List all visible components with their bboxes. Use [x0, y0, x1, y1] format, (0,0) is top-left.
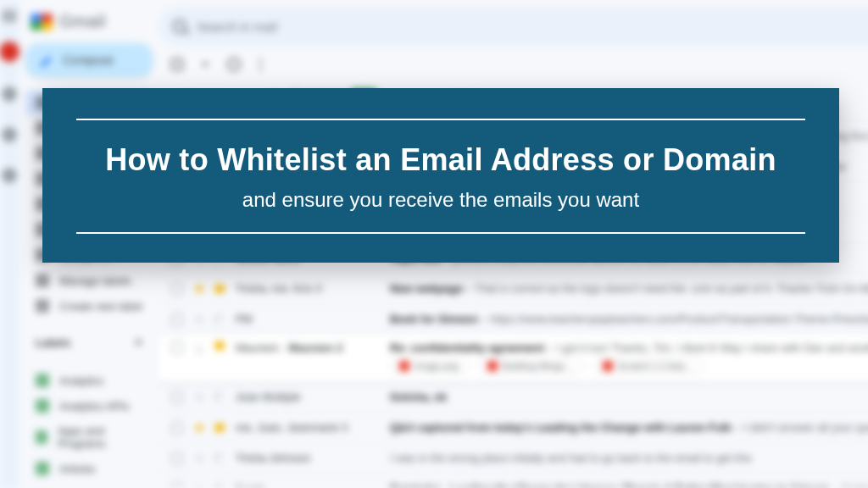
add-label-icon[interactable]: + [135, 335, 142, 350]
email-from: Trisha, me, Kris 3 [236, 282, 380, 295]
star-icon[interactable]: ☆ [193, 341, 205, 358]
overlay-subtitle: and ensure you receive the emails you wa… [76, 188, 805, 212]
image-file-icon [487, 361, 498, 371]
spaces-app-icon[interactable] [2, 127, 17, 142]
star-icon[interactable]: ☆ [193, 480, 205, 488]
star-icon[interactable]: ☆ [193, 450, 205, 466]
overlay-divider-bottom [76, 232, 805, 234]
label-text: Analytics [59, 374, 103, 387]
meet-app-icon[interactable] [2, 168, 17, 183]
gmail-logo-icon [31, 14, 53, 30]
select-dropdown-icon[interactable] [202, 63, 209, 67]
brand-name: Gmail [59, 12, 106, 31]
email-subject: Re: confidentiality agreement – I got it… [390, 341, 868, 374]
title-overlay: How to Whitelist an Email Address or Dom… [42, 88, 839, 263]
image-file-icon [603, 361, 613, 371]
label-icon [36, 399, 49, 413]
plus-icon [36, 299, 49, 313]
label-item[interactable]: Articles [25, 457, 153, 480]
importance-icon[interactable] [215, 393, 225, 402]
email-from: Maureen · Maureen 2 [236, 341, 380, 354]
importance-icon[interactable] [215, 315, 225, 324]
attachment-chip[interactable]: Image.png [390, 358, 468, 374]
row-checkbox[interactable] [171, 313, 183, 325]
email-from: PM [236, 313, 380, 325]
email-row[interactable]: ☆EventReminder · Leading the Charge for … [159, 474, 868, 488]
list-toolbar [159, 46, 868, 80]
email-from: Trisha Johnson [236, 452, 380, 464]
email-from: Event [236, 482, 380, 488]
email-row[interactable]: ☆Joan MultipleGotcha, ok [159, 382, 868, 413]
importance-icon[interactable] [215, 285, 225, 293]
importance-icon[interactable] [215, 454, 225, 463]
row-checkbox[interactable] [171, 422, 183, 434]
row-checkbox[interactable] [171, 452, 183, 464]
email-row[interactable]: ☆Trisha JohnsonI was in the wrong place … [159, 443, 868, 474]
overlay-title: How to Whitelist an Email Address or Dom… [76, 142, 805, 178]
search-icon [173, 19, 186, 33]
importance-icon[interactable] [215, 341, 225, 350]
email-row[interactable]: ☆PMBook for Simeon – https://www.teacher… [159, 304, 868, 335]
sidebar-item-label: Create new label [59, 300, 142, 313]
main-menu-icon[interactable] [2, 15, 17, 17]
email-row[interactable]: ★me, Joan, Jeanmarie 3Q&A captured from … [159, 413, 868, 443]
pencil-icon [41, 53, 54, 67]
row-checkbox[interactable] [171, 483, 183, 489]
email-subject: New webpage – That is correct as the log… [390, 282, 868, 295]
attachment-chip[interactable]: Scratch-1-2-lists… [593, 358, 704, 374]
label-text: Articles [59, 463, 96, 475]
compose-label: Compose [63, 53, 114, 67]
email-row[interactable]: ☆ Maureen · Maureen 2 Re: confidentialit… [159, 335, 868, 382]
star-icon[interactable]: ★ [193, 419, 205, 435]
importance-icon[interactable] [215, 424, 225, 432]
select-all-checkbox[interactable] [171, 58, 183, 70]
row-checkbox[interactable] [171, 391, 183, 403]
label-text: Apps and Programs [58, 424, 142, 450]
label-item[interactable]: Apps and Programs [25, 419, 153, 455]
row-checkbox[interactable] [171, 283, 183, 295]
refresh-icon[interactable] [227, 58, 241, 71]
image-file-icon [399, 361, 409, 371]
email-subject: I was in the wrong place initially and h… [390, 452, 868, 464]
sidebar-item-manage-labels[interactable]: Manage labels [25, 269, 153, 292]
search-bar[interactable] [159, 7, 868, 46]
label-icon [36, 430, 47, 444]
email-from: Joan Multiple [236, 391, 380, 403]
email-row[interactable]: ★Trisha, me, Kris 3New webpage – That is… [159, 274, 868, 304]
search-input[interactable] [197, 19, 868, 34]
mail-app-icon[interactable] [0, 42, 19, 61]
star-icon[interactable]: ★ [193, 280, 205, 297]
labels-list: Analytics Analytics APIs Apps and Progra… [25, 369, 153, 480]
label-item[interactable]: Analytics [25, 369, 153, 392]
importance-icon[interactable] [215, 485, 225, 489]
app-rail [0, 0, 19, 488]
email-subject: Reminder · Leading the Charge for Litera… [390, 482, 868, 488]
email-subject: Q&A captured from today's Leading the Ch… [390, 421, 868, 434]
email-subject: Book for Simeon – https://www.teacherspa… [390, 313, 868, 325]
star-icon[interactable]: ☆ [193, 389, 205, 405]
star-icon[interactable]: ☆ [193, 311, 205, 327]
email-subject: Gotcha, ok [390, 391, 868, 403]
labels-header: Labels + [25, 330, 153, 355]
label-item[interactable]: Analytics APIs [25, 394, 153, 418]
email-from: me, Joan, Jeanmarie 3 [236, 421, 380, 434]
labels-header-text: Labels [36, 336, 70, 349]
attachment-chip[interactable]: Building-Wings… [478, 358, 583, 374]
sidebar-item-label: Manage labels [59, 274, 131, 287]
gear-icon [36, 274, 49, 287]
chat-app-icon[interactable] [2, 86, 17, 102]
label-icon [36, 374, 49, 387]
brand: Gmail [25, 7, 153, 43]
label-icon [36, 462, 49, 475]
more-icon[interactable] [259, 64, 262, 66]
label-text: Analytics APIs [59, 400, 129, 413]
sidebar-item-create-label[interactable]: Create new label [25, 294, 153, 318]
compose-button[interactable]: Compose [25, 43, 153, 77]
row-checkbox[interactable] [171, 341, 183, 353]
overlay-divider-top [76, 119, 805, 120]
